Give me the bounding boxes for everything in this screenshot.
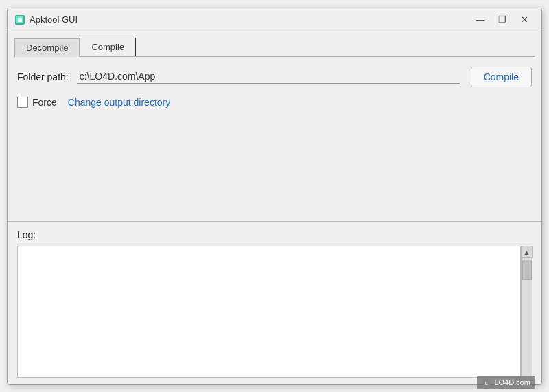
tabs-bar: Decompile Compile	[8, 32, 541, 56]
svg-rect-2	[18, 18, 22, 22]
folder-label: Folder path:	[17, 71, 69, 82]
main-window: Apktool GUI — ❐ ✕ Decompile Compile Fold…	[7, 8, 542, 385]
minimize-button[interactable]: —	[470, 12, 491, 27]
scroll-up-arrow[interactable]: ▲	[522, 246, 533, 258]
force-checkbox[interactable]	[17, 97, 28, 108]
compile-button[interactable]: Compile	[471, 67, 532, 87]
force-label: Force	[32, 97, 57, 108]
tab-decompile[interactable]: Decompile	[14, 38, 80, 57]
title-bar-left: Apktool GUI	[14, 14, 78, 25]
change-output-button[interactable]: Change output directory	[68, 97, 170, 108]
maximize-button[interactable]: ❐	[492, 12, 513, 27]
close-button[interactable]: ✕	[514, 12, 535, 27]
folder-row: Folder path: Compile	[17, 67, 532, 87]
log-area-wrapper: ▲	[17, 246, 532, 378]
title-bar-controls: — ❐ ✕	[470, 12, 535, 27]
tab-compile[interactable]: Compile	[80, 38, 136, 56]
watermark: L LO4D.com	[477, 376, 535, 389]
log-label: Log:	[17, 229, 532, 240]
compile-panel: Folder path: Compile Force Change output…	[8, 57, 541, 223]
svg-text:L: L	[485, 380, 489, 387]
title-bar: Apktool GUI — ❐ ✕	[8, 8, 541, 32]
options-row: Force Change output directory	[17, 97, 532, 108]
folder-input[interactable]	[77, 69, 460, 84]
force-group: Force	[17, 97, 57, 108]
watermark-text: LO4D.com	[494, 378, 530, 387]
log-section: Log: ▲	[8, 222, 541, 384]
scrollbar-vertical[interactable]: ▲	[521, 246, 532, 378]
log-textarea[interactable]	[17, 246, 521, 378]
watermark-icon: L	[482, 378, 491, 387]
window-title: Apktool GUI	[30, 14, 78, 25]
scroll-thumb[interactable]	[522, 260, 532, 280]
content-area: Decompile Compile Folder path: Compile F…	[8, 32, 541, 384]
app-icon	[14, 14, 25, 25]
